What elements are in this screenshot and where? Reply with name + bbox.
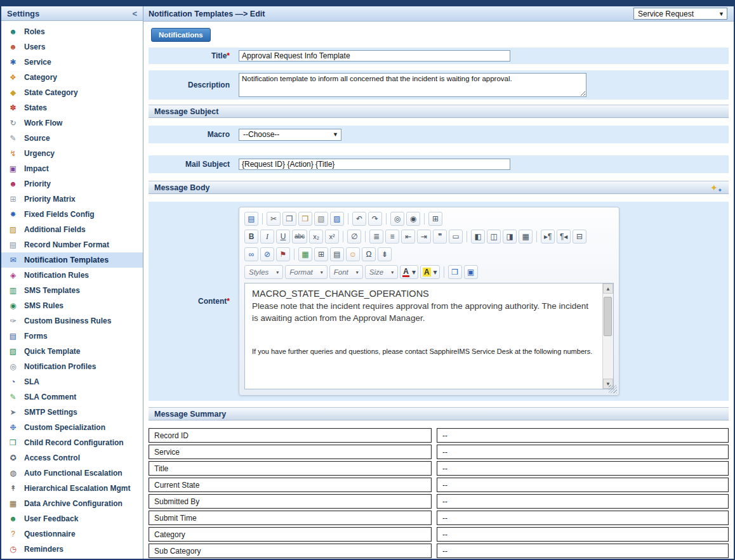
div-container-icon[interactable]: ▭ xyxy=(449,230,463,244)
sidebar-item[interactable]: ✽ States xyxy=(1,100,143,115)
sidebar-item[interactable]: ◍ Auto Functional Escalation xyxy=(1,466,143,481)
indent-icon[interactable]: ⇥ xyxy=(417,230,431,244)
maximize-icon[interactable]: ❒ xyxy=(448,265,462,279)
list-style-icon[interactable]: ⊟ xyxy=(573,230,586,244)
text-direction-rtl-icon[interactable]: ¶◂ xyxy=(557,230,571,244)
page-break-icon[interactable]: ⇟ xyxy=(378,247,392,261)
redo-icon[interactable]: ↷ xyxy=(368,212,382,226)
scrollbar-thumb[interactable] xyxy=(604,297,612,336)
sidebar-item[interactable]: ▨ Additional Fields xyxy=(1,222,143,237)
paste-icon[interactable]: ❒ xyxy=(298,212,312,226)
show-blocks-icon[interactable]: ▣ xyxy=(464,265,478,279)
superscript-icon[interactable]: x² xyxy=(325,230,339,244)
align-left-icon[interactable]: ◧ xyxy=(471,230,485,244)
outdent-icon[interactable]: ⇤ xyxy=(401,230,415,244)
replace-icon[interactable]: ◉ xyxy=(406,212,420,226)
sidebar-item[interactable]: ✸ Fixed Fields Config xyxy=(1,207,143,222)
sidebar-item[interactable]: ◷ Reminders xyxy=(1,542,143,557)
sidebar-item[interactable]: ▦ Data Archive Configuration xyxy=(1,496,143,511)
cut-icon[interactable]: ✂ xyxy=(267,212,281,226)
macro-select[interactable]: --Choose-- ▼ xyxy=(239,129,341,141)
bold-icon[interactable]: B xyxy=(244,230,258,244)
remove-format-icon[interactable]: ∅ xyxy=(347,230,361,244)
sidebar-item[interactable]: ☻ Roles xyxy=(1,24,143,39)
sidebar-item[interactable]: ▤ Record Number Format xyxy=(1,237,143,252)
sidebar-item[interactable]: ⊞ Priority Matrix xyxy=(1,192,143,207)
sidebar-item[interactable]: ◎ Notification Profiles xyxy=(1,359,143,374)
bullet-list-icon[interactable]: ≡ xyxy=(385,230,399,244)
sidebar-item[interactable]: ➤ SMTP Settings xyxy=(1,405,143,420)
flag-icon[interactable]: ⚑ xyxy=(276,247,290,261)
description-textarea[interactable]: Notification template to inform all conc… xyxy=(239,73,586,97)
sidebar-item-label: Forms xyxy=(24,332,48,341)
sidebar-item[interactable]: ❉ Custom Specialization xyxy=(1,420,143,435)
table-icon[interactable]: ⊞ xyxy=(314,247,328,261)
styles-dropdown[interactable]: Styles ▾ xyxy=(244,265,283,279)
sidebar-item[interactable]: ▧ Quick Template xyxy=(1,344,143,359)
sidebar-item[interactable]: ✎ Source xyxy=(1,131,143,146)
numbered-list-icon[interactable]: ≣ xyxy=(369,230,383,244)
sidebar-item-label: Users xyxy=(24,42,45,51)
undo-icon[interactable]: ↶ xyxy=(352,212,366,226)
sidebar-item[interactable]: ☻ Users xyxy=(1,39,143,55)
smiley-icon[interactable]: ☺ xyxy=(346,247,360,261)
sidebar-item[interactable]: ☻ User Feedback xyxy=(1,511,143,526)
sidebar-item[interactable]: ✎ SLA Comment xyxy=(1,389,143,405)
select-all-icon[interactable]: ⊞ xyxy=(428,212,442,226)
sidebar-item[interactable]: ◆ State Category xyxy=(1,85,143,100)
sidebar-item[interactable]: ? Questionnaire xyxy=(1,526,143,542)
paste-word-icon[interactable]: ▨ xyxy=(330,212,344,226)
copy-icon[interactable]: ❐ xyxy=(282,212,296,226)
font-dropdown[interactable]: Font ▾ xyxy=(329,265,363,279)
macro-wand-icon[interactable]: ✦ ✦ xyxy=(709,183,723,193)
sidebar-item[interactable]: ☻ Priority xyxy=(1,176,143,192)
editor-content-area[interactable]: MACRO_STATE_CHANGE_OPERATIONS Please not… xyxy=(244,283,614,389)
sidebar-item[interactable]: ▤ Forms xyxy=(1,329,143,344)
sidebar-item[interactable]: ◈ Notification Rules xyxy=(1,268,143,283)
sidebar-item[interactable]: ◔ SLA xyxy=(1,374,143,389)
text-direction-ltr-icon[interactable]: ▸¶ xyxy=(541,230,555,244)
sidebar-item[interactable]: ↻ Work Flow xyxy=(1,115,143,131)
paste-text-icon[interactable]: ▧ xyxy=(314,212,328,226)
summary-field-value: -- xyxy=(437,544,729,558)
blockquote-icon[interactable]: ❞ xyxy=(433,230,447,244)
summary-field-value: -- xyxy=(437,494,729,509)
background-color-button[interactable]: A ▾ xyxy=(420,265,440,279)
special-char-icon[interactable]: Ω xyxy=(362,247,376,261)
sidebar-item[interactable]: ▣ Impact xyxy=(1,161,143,176)
unlink-icon[interactable]: ⊘ xyxy=(260,247,274,261)
sidebar-item[interactable]: ✱ Service xyxy=(1,55,143,70)
sidebar-collapse-icon[interactable]: < xyxy=(132,9,137,18)
tab-notifications[interactable]: Notifications xyxy=(151,28,211,42)
sidebar-item[interactable]: ❖ Category xyxy=(1,70,143,85)
text-color-button[interactable]: A ▾ xyxy=(400,265,418,279)
preview-icon[interactable]: ▤ xyxy=(244,212,258,226)
strikethrough-icon[interactable]: abc xyxy=(292,230,307,244)
italic-icon[interactable]: I xyxy=(260,230,274,244)
template-type-select[interactable]: Service Request ▼ xyxy=(633,8,727,20)
subscript-icon[interactable]: x₂ xyxy=(309,230,323,244)
editor-resize-grip[interactable] xyxy=(609,385,617,393)
sidebar-item[interactable]: ✉ Notification Templates xyxy=(1,252,143,268)
sidebar-item[interactable]: ✑ Custom Business Rules xyxy=(1,313,143,329)
align-center-icon[interactable]: ◫ xyxy=(487,230,501,244)
align-right-icon[interactable]: ◨ xyxy=(503,230,517,244)
justify-icon[interactable]: ▦ xyxy=(519,230,533,244)
sidebar-item[interactable]: ▥ SMS Templates xyxy=(1,283,143,298)
sidebar-item[interactable]: ✪ Access Control xyxy=(1,450,143,466)
sidebar-item[interactable]: ↟ Hierarchical Escalation Mgmt xyxy=(1,481,143,496)
sidebar-item[interactable]: ◉ SMS Rules xyxy=(1,298,143,313)
scrollbar-track[interactable] xyxy=(603,294,613,379)
sidebar-item[interactable]: ❒ Child Record Configuration xyxy=(1,435,143,450)
scroll-up-icon[interactable]: ▲ xyxy=(603,283,613,294)
underline-icon[interactable]: U xyxy=(276,230,290,244)
format-dropdown[interactable]: Format ▾ xyxy=(285,265,327,279)
layout-icon[interactable]: ▤ xyxy=(330,247,344,261)
find-icon[interactable]: ◎ xyxy=(390,212,404,226)
image-icon[interactable]: ▦ xyxy=(298,247,312,261)
title-input[interactable] xyxy=(239,50,510,62)
mail-subject-input[interactable] xyxy=(239,159,510,170)
size-dropdown[interactable]: Size ▾ xyxy=(365,265,398,279)
link-icon[interactable]: ∞ xyxy=(244,247,258,261)
sidebar-item[interactable]: ↯ Urgency xyxy=(1,146,143,161)
